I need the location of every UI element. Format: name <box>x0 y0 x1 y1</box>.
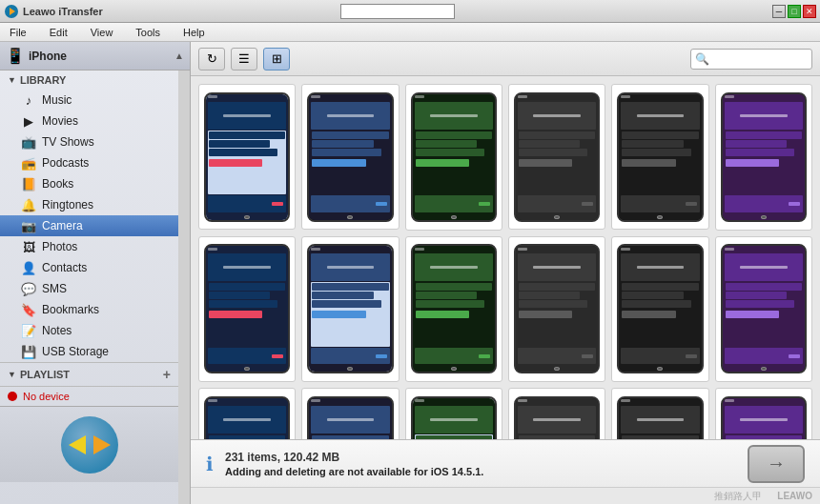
sidebar-item-tvshows-label: TV Shows <box>42 135 94 149</box>
sidebar-item-bookmarks-label: Bookmarks <box>42 303 99 316</box>
grid-item[interactable] <box>715 236 812 383</box>
photos-icon: 🖼 <box>21 239 36 254</box>
watermark-text1: 推銷路人甲 <box>714 490 762 503</box>
app-title: Leawo iTransfer <box>23 6 340 17</box>
menu-edit[interactable]: Edit <box>46 25 72 40</box>
status-bar: ℹ 231 items, 120.42 MB Adding and deleti… <box>191 439 820 487</box>
no-device-row: No device <box>0 386 178 406</box>
grid-item[interactable] <box>715 388 812 439</box>
scroll-up-icon[interactable]: ▲ <box>174 50 184 61</box>
status-text: 231 items, 120.42 MB Adding and deleting… <box>225 451 736 477</box>
grid-item[interactable] <box>301 236 399 382</box>
library-arrow: ▼ <box>8 75 16 85</box>
sidebar-item-photos[interactable]: 🖼 Photos <box>0 236 178 257</box>
sidebar-item-contacts-label: Contacts <box>42 261 87 274</box>
maximize-button[interactable]: □ <box>788 5 801 18</box>
music-icon: ♪ <box>21 92 36 108</box>
sidebar-item-books-label: Books <box>42 177 73 191</box>
grid-item[interactable] <box>508 84 605 230</box>
title-bar: Leawo iTransfer ─ □ ✕ <box>0 0 820 23</box>
playlist-label: PLAYLIST <box>20 369 70 380</box>
sidebar-scrollbar[interactable] <box>178 71 190 504</box>
grid-item[interactable] <box>405 84 502 231</box>
grid-item[interactable] <box>508 388 605 439</box>
minimize-button[interactable]: ─ <box>772 5 786 18</box>
menu-file[interactable]: File <box>6 25 31 40</box>
window-controls: ─ □ ✕ <box>772 5 816 18</box>
library-header[interactable]: ▼ LIBRARY <box>0 71 178 90</box>
sidebar-item-tvshows[interactable]: 📺 TV Shows <box>0 131 178 152</box>
sidebar-item-notes-label: Notes <box>42 324 72 337</box>
camera-icon: 📷 <box>21 218 36 233</box>
no-device-indicator <box>8 392 17 401</box>
sidebar-item-music[interactable]: ♪ Music <box>0 90 178 111</box>
content-area: ↻ ☰ ⊞ 🔍 <box>191 42 820 504</box>
books-icon: 📙 <box>21 176 36 192</box>
sidebar-item-bookmarks[interactable]: 🔖 Bookmarks <box>0 299 178 320</box>
menu-view[interactable]: View <box>87 25 117 40</box>
sidebar-item-ringtones[interactable]: 🔔 Ringtones <box>0 194 178 215</box>
grid-item[interactable] <box>198 236 296 382</box>
logo-arrow-left <box>69 435 86 454</box>
tvshows-icon: 📺 <box>21 134 36 150</box>
bookmarks-icon: 🔖 <box>21 302 36 317</box>
grid-view-button[interactable]: ⊞ <box>263 48 290 71</box>
grid-item[interactable] <box>611 84 708 230</box>
grid-item[interactable] <box>198 388 296 439</box>
playlist-header[interactable]: ▼ PLAYLIST + <box>0 362 178 386</box>
device-name: iPhone <box>29 50 174 63</box>
movies-icon: ▶ <box>21 113 36 129</box>
transfer-button[interactable]: → <box>748 445 805 483</box>
photo-grid <box>198 84 812 439</box>
library-label: LIBRARY <box>20 74 66 86</box>
sidebar-item-usb-storage[interactable]: 💾 USB Storage <box>0 341 178 362</box>
title-search-input[interactable] <box>340 4 455 19</box>
list-view-button[interactable]: ☰ <box>231 48 257 71</box>
menu-tools[interactable]: Tools <box>132 25 164 40</box>
transfer-arrow-icon: → <box>767 453 786 474</box>
grid-item[interactable] <box>301 388 399 439</box>
grid-item[interactable] <box>508 236 605 382</box>
sidebar-item-camera-label: Camera <box>42 219 83 232</box>
search-input[interactable] <box>712 53 808 65</box>
grid-item[interactable] <box>715 84 812 231</box>
sidebar-item-movies[interactable]: ▶ Movies <box>0 111 178 131</box>
sidebar-item-sms-label: SMS <box>42 282 67 295</box>
sidebar-logo <box>0 406 178 482</box>
watermark-bar: 推銷路人甲 LEAWO <box>191 487 820 504</box>
sidebar-item-podcasts[interactable]: 📻 Podcasts <box>0 152 178 173</box>
menu-help[interactable]: Help <box>179 25 209 40</box>
sidebar-item-sms[interactable]: 💬 SMS <box>0 278 178 299</box>
status-warning: Adding and deleting are not available fo… <box>225 466 736 477</box>
contacts-icon: 👤 <box>21 260 36 275</box>
search-box: 🔍 <box>690 49 812 70</box>
grid-area <box>191 76 820 439</box>
sidebar-item-camera[interactable]: 📷 Camera <box>0 215 178 236</box>
usb-icon: 💾 <box>21 344 36 359</box>
grid-item[interactable] <box>611 388 708 439</box>
app-icon <box>4 4 19 19</box>
grid-item[interactable] <box>405 236 502 383</box>
main-layout: 📱 iPhone ▲ ▼ LIBRARY ♪ Music ▶ Movies <box>0 42 820 504</box>
logo-circle <box>61 416 118 474</box>
sidebar-item-ringtones-label: Ringtones <box>42 198 93 212</box>
notes-icon: 📝 <box>21 323 36 338</box>
watermark-text2: LEAWO <box>777 491 812 501</box>
grid-item[interactable] <box>611 236 708 382</box>
sidebar-item-contacts[interactable]: 👤 Contacts <box>0 257 178 278</box>
close-button[interactable]: ✕ <box>803 5 816 18</box>
grid-item[interactable] <box>198 84 296 230</box>
sidebar-item-notes[interactable]: 📝 Notes <box>0 320 178 341</box>
refresh-button[interactable]: ↻ <box>198 48 225 71</box>
item-count: 231 items, 120.42 MB <box>225 451 736 464</box>
playlist-add-button[interactable]: + <box>163 367 171 382</box>
device-icon: 📱 <box>6 47 25 65</box>
sidebar-item-podcasts-label: Podcasts <box>42 156 89 170</box>
menu-bar: File Edit View Tools Help <box>0 23 820 42</box>
logo-arrow-right <box>93 435 111 454</box>
grid-item[interactable] <box>301 84 399 230</box>
grid-item[interactable] <box>405 388 502 439</box>
sidebar-item-photos-label: Photos <box>42 240 77 253</box>
toolbar: ↻ ☰ ⊞ 🔍 <box>191 42 820 76</box>
sidebar-item-books[interactable]: 📙 Books <box>0 173 178 194</box>
